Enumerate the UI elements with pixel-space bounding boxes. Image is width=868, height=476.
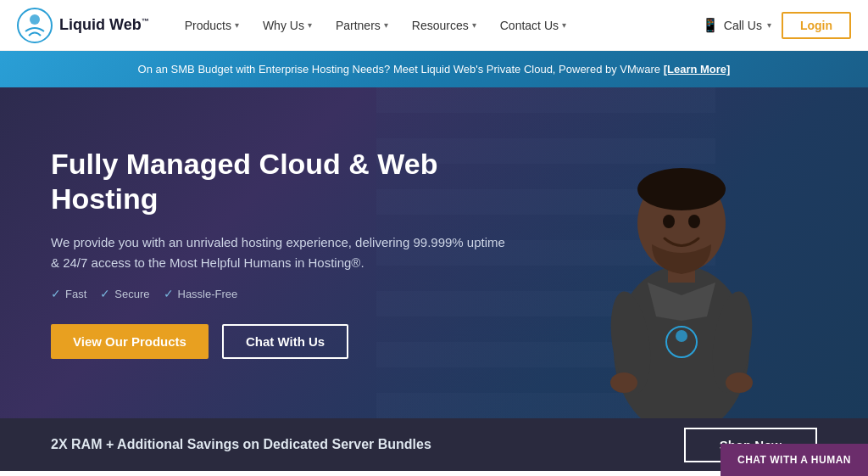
logo[interactable]: Liquid Web™: [17, 8, 149, 43]
logo-icon: [17, 8, 53, 43]
phone-icon: 📱: [702, 17, 719, 33]
svg-point-12: [688, 215, 700, 228]
nav-item-resources[interactable]: Resources ▾: [402, 12, 487, 39]
nav-item-contact[interactable]: Contact Us ▾: [490, 12, 576, 39]
chevron-down-icon: ▾: [562, 20, 566, 30]
chevron-down-icon: ▾: [235, 20, 239, 30]
chevron-down-icon: ▾: [384, 20, 388, 30]
nav-item-partners[interactable]: Partners ▾: [326, 12, 398, 39]
login-button[interactable]: Login: [782, 12, 851, 39]
chat-human-button[interactable]: Chat With A Human: [721, 444, 868, 476]
call-us-button[interactable]: 📱 Call Us ▾: [702, 17, 771, 33]
nav-item-whyus[interactable]: Why Us ▾: [253, 12, 322, 39]
person-svg: [563, 113, 800, 418]
nav-right: 📱 Call Us ▾ Login: [702, 12, 851, 39]
check-icon: ✓: [100, 287, 110, 300]
svg-point-6: [676, 330, 687, 342]
hero-content: Fully Managed Cloud & Web Hosting We pro…: [0, 113, 559, 394]
svg-point-10: [726, 372, 753, 393]
check-icon: ✓: [51, 287, 61, 300]
announcement-text: On an SMB Budget with Enterprise Hosting…: [138, 63, 660, 76]
hero-description: We provide you with an unrivaled hosting…: [51, 232, 509, 273]
badge-hassle-free: ✓ Hassle-Free: [164, 287, 238, 300]
badge-secure: ✓ Secure: [100, 287, 149, 300]
svg-point-13: [637, 168, 726, 210]
chevron-down-icon: ▾: [472, 20, 476, 30]
hero-person-image: [546, 104, 817, 418]
svg-point-0: [18, 8, 52, 42]
nav-item-products[interactable]: Products ▾: [175, 12, 249, 39]
svg-point-1: [30, 14, 40, 25]
chevron-down-icon: ▾: [308, 20, 312, 30]
badge-fast: ✓ Fast: [51, 287, 86, 300]
chat-with-us-button[interactable]: Chat With Us: [222, 324, 348, 359]
nav-links: Products ▾ Why Us ▾ Partners ▾ Resources…: [175, 12, 702, 39]
announcement-link[interactable]: [Learn More]: [664, 63, 731, 76]
hero-buttons: View Our Products Chat With Us: [51, 324, 509, 359]
navbar: Liquid Web™ Products ▾ Why Us ▾ Partners…: [0, 0, 868, 51]
chevron-down-icon: ▾: [767, 20, 771, 30]
check-icon: ✓: [164, 287, 174, 300]
announcement-bar: On an SMB Budget with Enterprise Hosting…: [0, 51, 868, 87]
svg-point-9: [610, 372, 637, 393]
hero-title: Fully Managed Cloud & Web Hosting: [51, 147, 509, 216]
bottom-bar-text: 2X RAM + Additional Savings on Dedicated…: [51, 437, 431, 452]
hero-badges: ✓ Fast ✓ Secure ✓ Hassle-Free: [51, 287, 509, 300]
view-products-button[interactable]: View Our Products: [51, 324, 209, 359]
svg-point-11: [663, 215, 675, 228]
hero-section: Fully Managed Cloud & Web Hosting We pro…: [0, 87, 868, 418]
brand-name: Liquid Web™: [59, 16, 149, 34]
